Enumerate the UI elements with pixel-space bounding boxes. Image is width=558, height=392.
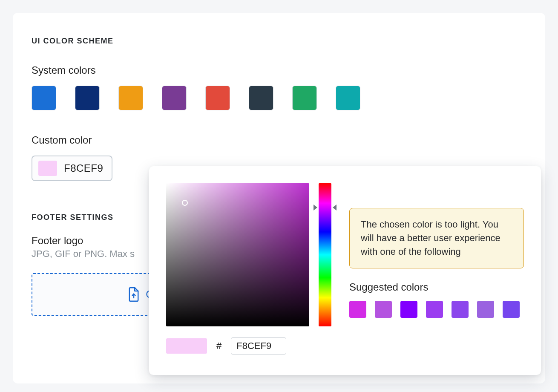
hue-slider-wrap (319, 183, 331, 326)
suggested-color-swatch[interactable] (477, 301, 494, 318)
hash-label: # (216, 340, 221, 352)
suggested-color-swatch[interactable] (349, 301, 366, 318)
custom-color-preview (38, 161, 57, 176)
system-color-swatch[interactable] (118, 86, 143, 110)
system-color-swatch[interactable] (205, 86, 230, 110)
hue-slider[interactable] (319, 183, 331, 326)
suggested-colors-row (349, 301, 524, 318)
system-color-swatch[interactable] (32, 86, 56, 110)
custom-color-input[interactable]: F8CEF9 (32, 156, 112, 181)
hue-arrow-right-icon (333, 205, 337, 210)
settings-panel: UI COLOR SCHEME System colors Custom col… (13, 13, 545, 383)
suggested-color-swatch[interactable] (426, 301, 443, 318)
saturation-value-picker[interactable] (166, 183, 309, 326)
system-color-swatch[interactable] (249, 86, 273, 110)
suggested-colors-label: Suggested colors (349, 281, 524, 293)
divider (32, 200, 138, 200)
suggested-color-swatch[interactable] (375, 301, 392, 318)
suggested-color-swatch[interactable] (452, 301, 469, 318)
suggested-color-swatch[interactable] (400, 301, 417, 318)
system-color-swatch[interactable] (75, 86, 100, 110)
suggested-color-swatch[interactable] (503, 301, 520, 318)
picker-color-preview (166, 338, 207, 354)
color-picker-popover: # The chosen color is too light. You wil… (149, 166, 541, 375)
hue-arrow-left-icon (314, 205, 317, 210)
hex-input[interactable] (231, 337, 286, 355)
color-warning: The chosen color is too light. You will … (349, 208, 524, 268)
section-ui-color-scheme: UI COLOR SCHEME (32, 37, 526, 46)
upload-file-icon (128, 287, 140, 302)
system-color-swatch[interactable] (162, 86, 187, 110)
system-colors-row (32, 86, 526, 110)
system-color-swatch[interactable] (292, 86, 317, 110)
sv-cursor (182, 200, 188, 206)
system-color-swatch[interactable] (336, 86, 360, 110)
custom-color-hex: F8CEF9 (64, 162, 103, 174)
custom-color-label: Custom color (32, 134, 526, 146)
system-colors-label: System colors (32, 64, 526, 76)
